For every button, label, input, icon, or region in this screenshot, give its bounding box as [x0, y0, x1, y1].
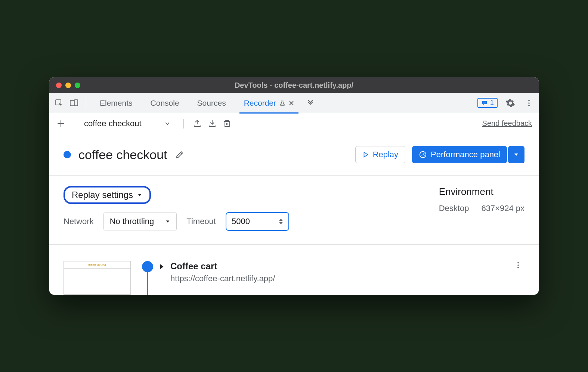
more-tabs-icon[interactable] — [304, 97, 316, 109]
replay-settings-section: Replay settings Network No throttling Ti… — [49, 176, 539, 245]
caret-down-icon — [137, 192, 143, 198]
svg-point-5 — [528, 100, 530, 101]
edit-title-button[interactable] — [175, 150, 185, 159]
svg-point-7 — [528, 105, 530, 106]
issues-count: 1 — [490, 99, 494, 107]
divider — [86, 98, 86, 108]
environment-info: Environment Desktop 637×924 px — [439, 186, 524, 231]
step-url: https://coffee-cart.netlify.app/ — [170, 274, 275, 283]
timeout-value: 5000 — [232, 217, 250, 226]
recording-steps: menu cart (0) Coffee cart https://coffee… — [49, 245, 539, 295]
svg-rect-3 — [483, 102, 486, 102]
svg-rect-2 — [74, 100, 78, 106]
environment-heading: Environment — [439, 186, 524, 198]
replay-button[interactable]: Replay — [355, 146, 405, 163]
svg-point-11 — [517, 267, 519, 269]
tab-label: Elements — [100, 99, 133, 108]
export-button[interactable] — [193, 119, 202, 128]
send-feedback-link[interactable]: Send feedback — [482, 119, 532, 128]
device-toolbar-icon[interactable] — [68, 97, 80, 109]
more-menu-icon[interactable] — [523, 97, 535, 109]
delete-button[interactable] — [223, 119, 232, 128]
play-icon — [362, 151, 369, 158]
environment-viewport: 637×924 px — [481, 204, 524, 213]
new-recording-button[interactable] — [56, 119, 66, 128]
timeout-input[interactable]: 5000 — [226, 212, 289, 231]
svg-point-9 — [517, 262, 519, 264]
environment-device: Desktop — [439, 204, 469, 213]
svg-point-6 — [528, 102, 530, 104]
maximize-window-button[interactable] — [75, 83, 80, 88]
issues-badge[interactable]: 1 — [477, 98, 498, 108]
svg-rect-4 — [483, 103, 485, 103]
recording-header: coffee checkout Replay Performance panel — [49, 134, 539, 176]
network-value: No throttling — [110, 217, 154, 226]
replay-label: Replay — [373, 150, 398, 159]
recording-title: coffee checkout — [78, 148, 167, 162]
number-spinner[interactable] — [279, 218, 283, 225]
network-throttling-select[interactable]: No throttling — [103, 213, 177, 230]
caret-down-icon — [513, 152, 519, 158]
inspect-element-icon[interactable] — [53, 97, 65, 109]
flask-icon — [279, 100, 286, 106]
traffic-lights — [49, 83, 80, 88]
minimize-window-button[interactable] — [65, 83, 71, 88]
divider — [475, 204, 475, 213]
message-icon — [481, 100, 488, 106]
timeout-label: Timeout — [186, 217, 216, 226]
network-label: Network — [64, 217, 94, 226]
expand-arrow-icon[interactable] — [159, 263, 164, 270]
divider — [75, 119, 75, 128]
devtools-tabbar: Elements Console Sources Recorder 1 — [49, 93, 539, 113]
step-thumbnail: menu cart (0) — [64, 261, 131, 295]
caret-up-icon — [279, 218, 283, 221]
divider — [183, 119, 184, 128]
perf-label: Performance panel — [431, 150, 500, 159]
tab-label: Sources — [197, 99, 226, 108]
gauge-icon — [419, 151, 427, 159]
replay-settings-label: Replay settings — [72, 190, 133, 200]
performance-panel-button[interactable]: Performance panel — [412, 146, 507, 163]
recording-dropdown[interactable]: coffee checkout — [84, 119, 174, 128]
step-more-menu[interactable] — [514, 261, 524, 269]
close-tab-icon[interactable] — [289, 100, 294, 106]
tab-elements[interactable]: Elements — [92, 93, 140, 113]
tab-label: Console — [151, 99, 179, 108]
replay-settings-toggle[interactable]: Replay settings — [64, 186, 151, 204]
recorder-toolbar: coffee checkout Send feedback — [49, 113, 539, 134]
tab-console[interactable]: Console — [143, 93, 187, 113]
chevron-down-icon — [164, 120, 171, 127]
record-status-dot — [64, 151, 71, 158]
performance-dropdown-button[interactable] — [508, 146, 524, 163]
settings-gear-icon[interactable] — [504, 97, 516, 109]
step-title: Coffee cart — [170, 261, 217, 272]
thumbnail-caption: menu cart (0) — [88, 263, 106, 266]
close-window-button[interactable] — [56, 83, 62, 88]
window-titlebar: DevTools - coffee-cart.netlify.app/ — [49, 77, 539, 93]
tab-sources[interactable]: Sources — [190, 93, 233, 113]
svg-point-10 — [517, 264, 519, 266]
import-button[interactable] — [208, 119, 217, 128]
timeline-step-marker — [142, 261, 153, 272]
window-title: DevTools - coffee-cart.netlify.app/ — [49, 81, 539, 90]
devtools-window: DevTools - coffee-cart.netlify.app/ Elem… — [49, 77, 539, 295]
tab-recorder[interactable]: Recorder — [236, 93, 301, 113]
caret-down-icon — [165, 219, 170, 224]
tab-label: Recorder — [244, 99, 276, 108]
recording-name: coffee checkout — [84, 119, 142, 128]
caret-down-icon — [279, 221, 283, 225]
